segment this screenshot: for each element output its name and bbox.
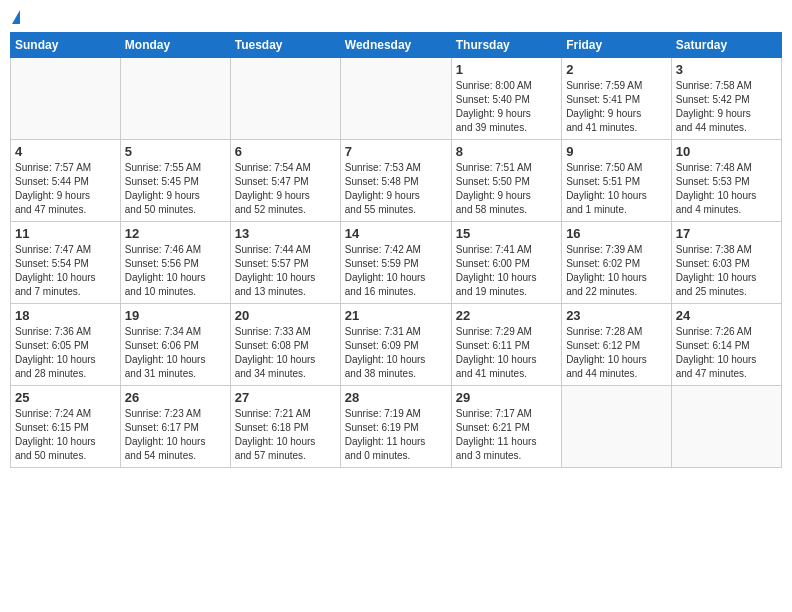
day-number: 26 [125, 390, 226, 405]
calendar-cell [120, 58, 230, 140]
calendar-cell: 16Sunrise: 7:39 AM Sunset: 6:02 PM Dayli… [562, 222, 672, 304]
day-info: Sunrise: 7:46 AM Sunset: 5:56 PM Dayligh… [125, 243, 226, 299]
calendar-cell: 19Sunrise: 7:34 AM Sunset: 6:06 PM Dayli… [120, 304, 230, 386]
calendar-cell: 23Sunrise: 7:28 AM Sunset: 6:12 PM Dayli… [562, 304, 672, 386]
day-number: 8 [456, 144, 557, 159]
day-info: Sunrise: 7:51 AM Sunset: 5:50 PM Dayligh… [456, 161, 557, 217]
calendar-cell: 4Sunrise: 7:57 AM Sunset: 5:44 PM Daylig… [11, 140, 121, 222]
calendar-cell: 25Sunrise: 7:24 AM Sunset: 6:15 PM Dayli… [11, 386, 121, 468]
calendar-cell: 17Sunrise: 7:38 AM Sunset: 6:03 PM Dayli… [671, 222, 781, 304]
calendar-cell: 11Sunrise: 7:47 AM Sunset: 5:54 PM Dayli… [11, 222, 121, 304]
calendar-cell [340, 58, 451, 140]
day-info: Sunrise: 7:55 AM Sunset: 5:45 PM Dayligh… [125, 161, 226, 217]
calendar-week-row: 1Sunrise: 8:00 AM Sunset: 5:40 PM Daylig… [11, 58, 782, 140]
day-number: 17 [676, 226, 777, 241]
calendar-cell: 18Sunrise: 7:36 AM Sunset: 6:05 PM Dayli… [11, 304, 121, 386]
calendar-week-row: 4Sunrise: 7:57 AM Sunset: 5:44 PM Daylig… [11, 140, 782, 222]
header [10, 10, 782, 24]
day-info: Sunrise: 7:29 AM Sunset: 6:11 PM Dayligh… [456, 325, 557, 381]
calendar-cell: 1Sunrise: 8:00 AM Sunset: 5:40 PM Daylig… [451, 58, 561, 140]
calendar-cell: 12Sunrise: 7:46 AM Sunset: 5:56 PM Dayli… [120, 222, 230, 304]
calendar-cell [562, 386, 672, 468]
calendar-cell: 27Sunrise: 7:21 AM Sunset: 6:18 PM Dayli… [230, 386, 340, 468]
calendar-cell: 28Sunrise: 7:19 AM Sunset: 6:19 PM Dayli… [340, 386, 451, 468]
calendar-cell: 5Sunrise: 7:55 AM Sunset: 5:45 PM Daylig… [120, 140, 230, 222]
day-number: 14 [345, 226, 447, 241]
day-number: 28 [345, 390, 447, 405]
calendar-cell [230, 58, 340, 140]
day-info: Sunrise: 7:54 AM Sunset: 5:47 PM Dayligh… [235, 161, 336, 217]
day-number: 20 [235, 308, 336, 323]
calendar-cell: 21Sunrise: 7:31 AM Sunset: 6:09 PM Dayli… [340, 304, 451, 386]
calendar-cell: 10Sunrise: 7:48 AM Sunset: 5:53 PM Dayli… [671, 140, 781, 222]
day-header-wednesday: Wednesday [340, 33, 451, 58]
calendar-cell: 7Sunrise: 7:53 AM Sunset: 5:48 PM Daylig… [340, 140, 451, 222]
calendar-cell: 15Sunrise: 7:41 AM Sunset: 6:00 PM Dayli… [451, 222, 561, 304]
day-number: 12 [125, 226, 226, 241]
logo [10, 10, 20, 24]
day-info: Sunrise: 7:19 AM Sunset: 6:19 PM Dayligh… [345, 407, 447, 463]
day-number: 2 [566, 62, 667, 77]
logo-triangle-icon [12, 10, 20, 24]
day-number: 4 [15, 144, 116, 159]
day-info: Sunrise: 7:26 AM Sunset: 6:14 PM Dayligh… [676, 325, 777, 381]
day-number: 15 [456, 226, 557, 241]
day-info: Sunrise: 7:34 AM Sunset: 6:06 PM Dayligh… [125, 325, 226, 381]
calendar-cell: 9Sunrise: 7:50 AM Sunset: 5:51 PM Daylig… [562, 140, 672, 222]
day-info: Sunrise: 7:17 AM Sunset: 6:21 PM Dayligh… [456, 407, 557, 463]
day-info: Sunrise: 7:38 AM Sunset: 6:03 PM Dayligh… [676, 243, 777, 299]
day-number: 7 [345, 144, 447, 159]
day-header-monday: Monday [120, 33, 230, 58]
calendar-cell: 2Sunrise: 7:59 AM Sunset: 5:41 PM Daylig… [562, 58, 672, 140]
day-info: Sunrise: 7:57 AM Sunset: 5:44 PM Dayligh… [15, 161, 116, 217]
day-info: Sunrise: 7:33 AM Sunset: 6:08 PM Dayligh… [235, 325, 336, 381]
calendar-cell: 26Sunrise: 7:23 AM Sunset: 6:17 PM Dayli… [120, 386, 230, 468]
calendar-cell [671, 386, 781, 468]
calendar-cell: 13Sunrise: 7:44 AM Sunset: 5:57 PM Dayli… [230, 222, 340, 304]
day-header-sunday: Sunday [11, 33, 121, 58]
day-info: Sunrise: 7:58 AM Sunset: 5:42 PM Dayligh… [676, 79, 777, 135]
calendar-cell: 22Sunrise: 7:29 AM Sunset: 6:11 PM Dayli… [451, 304, 561, 386]
day-info: Sunrise: 7:23 AM Sunset: 6:17 PM Dayligh… [125, 407, 226, 463]
day-header-saturday: Saturday [671, 33, 781, 58]
day-number: 21 [345, 308, 447, 323]
day-number: 11 [15, 226, 116, 241]
day-number: 9 [566, 144, 667, 159]
day-number: 19 [125, 308, 226, 323]
day-info: Sunrise: 7:21 AM Sunset: 6:18 PM Dayligh… [235, 407, 336, 463]
day-info: Sunrise: 7:41 AM Sunset: 6:00 PM Dayligh… [456, 243, 557, 299]
day-info: Sunrise: 7:53 AM Sunset: 5:48 PM Dayligh… [345, 161, 447, 217]
day-info: Sunrise: 7:44 AM Sunset: 5:57 PM Dayligh… [235, 243, 336, 299]
day-info: Sunrise: 7:39 AM Sunset: 6:02 PM Dayligh… [566, 243, 667, 299]
day-info: Sunrise: 7:48 AM Sunset: 5:53 PM Dayligh… [676, 161, 777, 217]
day-number: 3 [676, 62, 777, 77]
calendar-cell: 20Sunrise: 7:33 AM Sunset: 6:08 PM Dayli… [230, 304, 340, 386]
day-header-tuesday: Tuesday [230, 33, 340, 58]
day-number: 13 [235, 226, 336, 241]
day-info: Sunrise: 7:36 AM Sunset: 6:05 PM Dayligh… [15, 325, 116, 381]
day-number: 10 [676, 144, 777, 159]
calendar-header-row: SundayMondayTuesdayWednesdayThursdayFrid… [11, 33, 782, 58]
day-number: 18 [15, 308, 116, 323]
day-number: 25 [15, 390, 116, 405]
day-number: 23 [566, 308, 667, 323]
day-info: Sunrise: 7:31 AM Sunset: 6:09 PM Dayligh… [345, 325, 447, 381]
day-header-friday: Friday [562, 33, 672, 58]
day-number: 6 [235, 144, 336, 159]
day-number: 16 [566, 226, 667, 241]
calendar-cell [11, 58, 121, 140]
calendar-week-row: 18Sunrise: 7:36 AM Sunset: 6:05 PM Dayli… [11, 304, 782, 386]
calendar-week-row: 11Sunrise: 7:47 AM Sunset: 5:54 PM Dayli… [11, 222, 782, 304]
calendar-cell: 3Sunrise: 7:58 AM Sunset: 5:42 PM Daylig… [671, 58, 781, 140]
day-number: 27 [235, 390, 336, 405]
day-info: Sunrise: 7:50 AM Sunset: 5:51 PM Dayligh… [566, 161, 667, 217]
day-number: 24 [676, 308, 777, 323]
calendar-cell: 8Sunrise: 7:51 AM Sunset: 5:50 PM Daylig… [451, 140, 561, 222]
day-header-thursday: Thursday [451, 33, 561, 58]
calendar-table: SundayMondayTuesdayWednesdayThursdayFrid… [10, 32, 782, 468]
calendar-cell: 14Sunrise: 7:42 AM Sunset: 5:59 PM Dayli… [340, 222, 451, 304]
day-info: Sunrise: 8:00 AM Sunset: 5:40 PM Dayligh… [456, 79, 557, 135]
day-info: Sunrise: 7:24 AM Sunset: 6:15 PM Dayligh… [15, 407, 116, 463]
calendar-cell: 6Sunrise: 7:54 AM Sunset: 5:47 PM Daylig… [230, 140, 340, 222]
day-number: 1 [456, 62, 557, 77]
